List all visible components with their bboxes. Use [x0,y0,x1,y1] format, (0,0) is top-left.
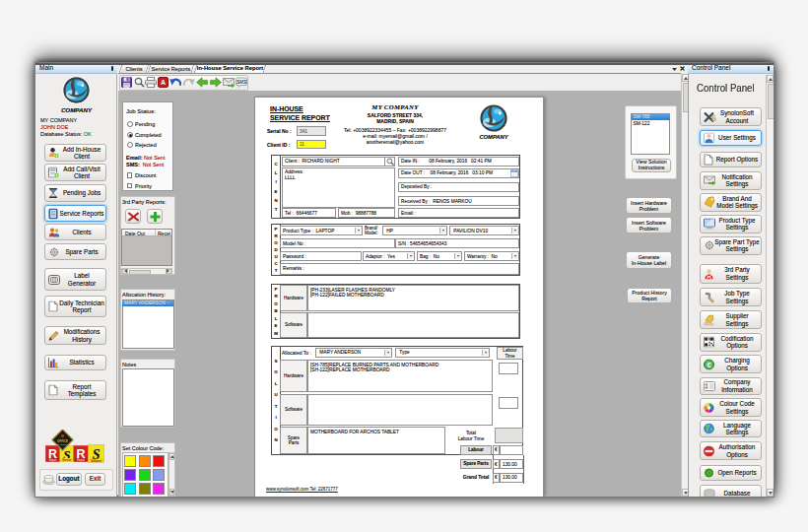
svg-text:SYSTEMS: SYSTEMS [57,443,68,445]
svg-text:Software: Software [91,459,101,463]
svg-text:Service: Service [62,458,71,462]
svg-text:A: A [160,79,165,86]
svg-text:Report: Report [77,458,85,462]
svg-text:SMS: SMS [236,80,247,85]
svg-text:S: S [711,113,716,123]
svg-text:Repair: Repair [49,458,57,462]
svg-text:OFFICE: OFFICE [57,439,68,443]
